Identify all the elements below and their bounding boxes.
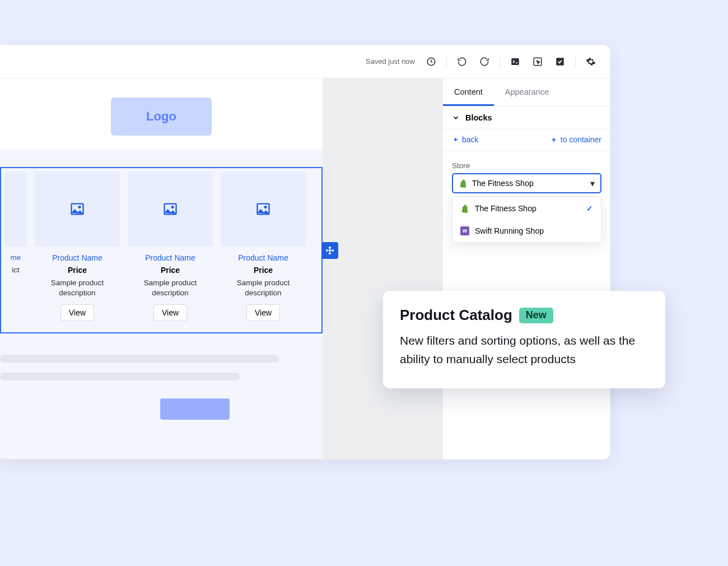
checklist-icon[interactable] — [553, 54, 567, 69]
caret-down-icon: ▾ — [590, 178, 595, 189]
back-link[interactable]: back — [452, 135, 479, 144]
product-desc: ict — [10, 265, 22, 275]
undo-icon[interactable] — [455, 54, 469, 69]
blocks-header[interactable]: Blocks — [443, 106, 610, 129]
product-name: Product Name — [145, 253, 195, 262]
text-skeleton-block[interactable] — [0, 355, 323, 420]
store-option[interactable]: The Fitness Shop ✓ — [452, 197, 601, 220]
history-icon[interactable] — [424, 54, 438, 69]
tab-appearance[interactable]: Appearance — [494, 78, 560, 106]
editor-window: Saved just now Logo — [0, 45, 610, 460]
product-image-placeholder — [221, 171, 306, 247]
saved-status: Saved just now — [366, 57, 415, 66]
block-nav-row: back to container — [443, 129, 610, 151]
product-card: Product Name Price Sample product descri… — [221, 171, 306, 321]
skeleton-line — [0, 373, 240, 381]
product-card: Product Name Price Sample product descri… — [128, 171, 213, 321]
svg-point-9 — [265, 206, 267, 208]
check-icon: ✓ — [586, 204, 593, 213]
arrow-up-icon — [550, 136, 557, 143]
product-card: me ict — [4, 171, 27, 321]
skeleton-line — [0, 355, 279, 363]
arrow-left-icon — [452, 136, 459, 143]
product-name: me — [11, 253, 21, 262]
product-price: Price — [68, 266, 87, 275]
store-select[interactable]: The Fitness Shop ▾ — [452, 173, 601, 193]
product-catalog-block[interactable]: me ict Product Name Price Sample product… — [0, 167, 323, 333]
image-icon — [255, 201, 271, 217]
product-price: Price — [161, 266, 180, 275]
callout-title: Product Catalog — [400, 307, 512, 324]
top-toolbar: Saved just now — [0, 45, 610, 78]
product-desc: Sample product description — [35, 278, 120, 298]
chevron-down-icon — [452, 114, 460, 122]
callout-body: New filters and sorting options, as well… — [400, 332, 648, 368]
store-option-label: The Fitness Shop — [475, 204, 536, 213]
view-button[interactable]: View — [60, 304, 94, 321]
product-desc: Sample product description — [128, 278, 213, 298]
shopify-icon — [460, 204, 469, 213]
toolbar-separator — [446, 55, 447, 68]
store-dropdown: The Fitness Shop ✓ W Swift Running Shop — [452, 197, 601, 243]
redo-icon[interactable] — [477, 54, 492, 69]
cta-button-placeholder[interactable] — [160, 398, 230, 420]
toolbar-separator — [575, 55, 576, 68]
canvas-area: Logo me ict Product Name Price Sa — [0, 78, 442, 460]
feature-callout-card: Product Catalog New New filters and sort… — [383, 291, 665, 388]
to-container-label: to container — [561, 135, 601, 144]
logo-block[interactable]: Logo — [0, 78, 323, 149]
store-field-label: Store — [452, 161, 601, 170]
product-image-placeholder — [128, 171, 213, 247]
tab-content[interactable]: Content — [443, 78, 494, 106]
product-name: Product Name — [238, 253, 288, 262]
woocommerce-icon: W — [460, 226, 469, 235]
terminal-icon[interactable] — [508, 54, 522, 69]
back-label: back — [462, 135, 479, 144]
image-icon — [69, 201, 85, 217]
logo-placeholder: Logo — [111, 98, 212, 136]
block-move-handle[interactable] — [321, 242, 338, 259]
svg-point-5 — [79, 206, 81, 208]
store-option-label: Swift Running Shop — [475, 226, 544, 235]
svg-rect-1 — [511, 58, 519, 65]
product-desc: Sample product description — [221, 278, 306, 298]
toolbar-separator — [500, 55, 500, 68]
product-price: Price — [254, 266, 273, 275]
new-badge: New — [519, 308, 553, 323]
block-settings-form: Store The Fitness Shop ▾ — [443, 151, 610, 253]
view-button[interactable]: View — [153, 304, 187, 321]
product-image-placeholder — [35, 171, 120, 247]
email-canvas: Logo me ict Product Name Price Sa — [0, 78, 323, 458]
side-panel: Content Appearance Blocks back to contai… — [442, 78, 610, 460]
svg-point-7 — [172, 206, 174, 208]
shopify-icon — [459, 179, 468, 188]
panel-tabs: Content Appearance — [443, 78, 610, 106]
gear-icon[interactable] — [584, 54, 598, 69]
store-option[interactable]: W Swift Running Shop — [452, 220, 601, 242]
blocks-label: Blocks — [465, 113, 492, 122]
store-selected-value: The Fitness Shop — [472, 179, 534, 188]
view-button[interactable]: View — [246, 304, 280, 321]
inspect-icon[interactable] — [530, 54, 545, 69]
main-split: Logo me ict Product Name Price Sa — [0, 78, 610, 460]
product-card: Product Name Price Sample product descri… — [35, 171, 120, 321]
product-name: Product Name — [52, 253, 102, 262]
product-image-placeholder — [4, 171, 27, 247]
to-container-link[interactable]: to container — [550, 135, 601, 144]
image-icon — [162, 201, 178, 217]
